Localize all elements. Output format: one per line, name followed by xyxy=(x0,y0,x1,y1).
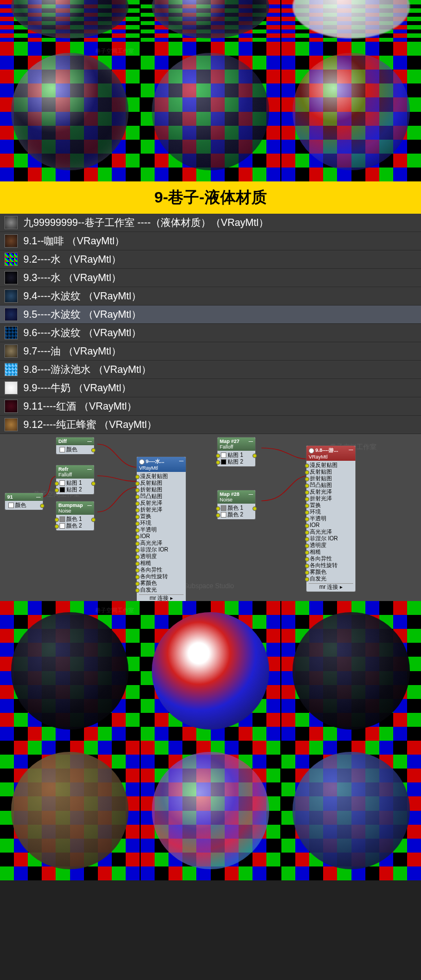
material-item-honey[interactable]: 9.12----纯正蜂蜜 （VRayMtl） xyxy=(0,416,421,434)
material-item-wave3[interactable]: 9.6----水波纹 （VRayMtl） xyxy=(0,324,421,342)
material-item-header[interactable]: 九99999999--巷子工作室 ----（液体材质）（VRayMtl） xyxy=(0,214,421,232)
preview-row-top xyxy=(0,0,421,42)
material-swatch-icon xyxy=(4,344,18,358)
node-param-row[interactable]: 反射光泽 xyxy=(139,500,184,506)
minimize-icon[interactable]: — xyxy=(87,503,92,508)
material-item-wave1[interactable]: 9.4----水波纹 （VRayMtl） xyxy=(0,287,421,306)
node-param-row[interactable]: 高光光泽 xyxy=(309,529,353,535)
node-diff[interactable]: Diff— 颜色 xyxy=(56,437,95,455)
minimize-icon[interactable]: — xyxy=(179,458,184,463)
material-item-water2[interactable]: 9.3----水 （VRayMtl） xyxy=(0,269,421,287)
node-editor[interactable]: 巷子空间工作室 巷子空间工作室 Lane Subspace Studio 91—… xyxy=(0,434,421,601)
node-param-row[interactable]: 置换 xyxy=(139,513,184,520)
material-label: 9.8----游泳池水 （VRayMtl） xyxy=(23,363,151,376)
node-param-row[interactable]: 雾颜色 xyxy=(309,569,353,575)
material-sphere xyxy=(11,53,128,170)
node-param-row[interactable]: 高光光泽 xyxy=(139,540,184,546)
node-param-row[interactable]: 相糙 xyxy=(139,560,184,567)
minimize-icon[interactable]: — xyxy=(87,466,92,471)
material-label: 9.4----水波纹 （VRayMtl） xyxy=(23,289,141,303)
node-bump[interactable]: BumpmapNoise— 颜色 1 颜色 2 xyxy=(56,501,95,531)
material-item-milk[interactable]: 9.9----牛奶 （VRayMtl） xyxy=(0,379,421,397)
preview-row-3: 巷子空间工作室 xyxy=(0,601,421,741)
node-param-row[interactable]: IOR xyxy=(139,533,184,540)
node-param-row[interactable]: 漫反射贴图 xyxy=(309,462,353,469)
node-param-row[interactable]: 折射光泽 xyxy=(309,495,353,502)
node-vraymtl-right[interactable]: 9.8----游...VRayMtl— 漫反射贴图反射贴图折射贴图凹凸贴图反射光… xyxy=(306,445,356,592)
material-sphere xyxy=(152,752,269,869)
material-swatch-icon xyxy=(4,326,18,339)
node-param-row[interactable]: 各向性旋转 xyxy=(309,562,353,569)
node-map27[interactable]: Map #27Falloff— 贴图 1 贴图 2 xyxy=(217,437,256,467)
material-swatch-icon xyxy=(4,308,18,321)
section-title: 9-巷子-液体材质 xyxy=(0,181,421,214)
material-sphere xyxy=(152,53,269,170)
node-param-row[interactable]: 半透明 xyxy=(139,526,184,533)
material-item-wine[interactable]: 9.11----红酒 （VRayMtl） xyxy=(0,397,421,416)
material-label: 9.3----水 （VRayMtl） xyxy=(23,271,121,284)
node-param-row[interactable]: 折射贴图 xyxy=(309,475,353,482)
material-item-water1[interactable]: 9.2----水 （VRayMtl） xyxy=(0,250,421,269)
material-label: 9.1--咖啡 （VRayMtl） xyxy=(23,234,125,248)
minimize-icon[interactable]: — xyxy=(87,439,92,444)
node-param-row[interactable]: 凹凸贴图 xyxy=(139,493,184,500)
minimize-icon[interactable]: — xyxy=(36,494,41,499)
node-param-row[interactable]: 凹凸贴图 xyxy=(309,482,353,489)
node-param-row[interactable]: 自发光 xyxy=(139,587,184,593)
node-param-row[interactable]: 各向性旋转 xyxy=(139,573,184,580)
minimize-icon[interactable]: — xyxy=(349,447,353,452)
node-param-row[interactable]: 环境 xyxy=(309,509,353,515)
node-param-row[interactable]: 折射贴图 xyxy=(139,486,184,493)
minimize-icon[interactable]: — xyxy=(249,439,253,444)
material-swatch-icon xyxy=(4,363,18,376)
material-item-coffee[interactable]: 9.1--咖啡 （VRayMtl） xyxy=(0,232,421,250)
node-refr[interactable]: RefrFalloff— 贴图 1 贴图 2 xyxy=(56,465,95,495)
material-item-oil[interactable]: 9.7----油 （VRayMtl） xyxy=(0,342,421,361)
node-param-row[interactable]: 折射光泽 xyxy=(139,506,184,513)
material-list: 九99999999--巷子工作室 ----（液体材质）（VRayMtl）9.1-… xyxy=(0,214,421,434)
node-param-row[interactable]: 置换 xyxy=(309,502,353,509)
material-label: 九99999999--巷子工作室 ----（液体材质）（VRayMtl） xyxy=(23,216,269,229)
node-map28[interactable]: Map #28Noise— 颜色 1 颜色 2 xyxy=(217,490,256,520)
preview-row-4 xyxy=(0,741,421,880)
node-param-row[interactable]: 各向异性 xyxy=(139,567,184,573)
material-swatch-icon xyxy=(4,271,18,284)
node-param-row[interactable]: 雾颜色 xyxy=(139,580,184,587)
node-param-row[interactable]: 半透明 xyxy=(309,515,353,522)
material-swatch-icon xyxy=(4,400,18,413)
material-item-pool[interactable]: 9.8----游泳池水 （VRayMtl） xyxy=(0,361,421,379)
node-param-row[interactable]: 漫反射贴图 xyxy=(139,473,184,480)
material-swatch-icon xyxy=(4,418,18,431)
material-swatch-icon xyxy=(4,216,18,229)
material-swatch-icon xyxy=(4,253,18,266)
material-label: 9.6----水波纹 （VRayMtl） xyxy=(23,326,141,339)
material-sphere xyxy=(152,612,269,730)
node-vraymtl-left[interactable]: 9----水...VRayMtl— 漫反射贴图反射贴图折射贴图凹凸贴图反射光泽折… xyxy=(136,456,186,601)
material-label: 9.7----油 （VRayMtl） xyxy=(23,344,121,358)
material-item-wave2[interactable]: 9.5----水波纹 （VRayMtl） xyxy=(0,306,421,324)
node-param-row[interactable]: 各向异性 xyxy=(309,555,353,562)
node-param-row[interactable]: IOR xyxy=(309,522,353,529)
node-param-row[interactable]: 反射贴图 xyxy=(139,480,184,486)
material-sphere xyxy=(11,612,128,730)
preview-row-2: 巷子空间工作室 xyxy=(0,42,421,181)
node-param-row[interactable]: 反射贴图 xyxy=(309,469,353,475)
node-param-row[interactable]: 透明度 xyxy=(139,553,184,560)
node-param-row[interactable]: 菲涅尔 IOR xyxy=(309,535,353,542)
material-sphere xyxy=(293,53,410,170)
node-param-row[interactable]: 相糙 xyxy=(309,549,353,555)
node-param-row[interactable]: 菲涅尔 IOR xyxy=(139,546,184,553)
material-label: 9.12----纯正蜂蜜 （VRayMtl） xyxy=(23,418,157,431)
node-param-row[interactable]: 透明度 xyxy=(309,542,353,549)
node-param-row[interactable]: 环境 xyxy=(139,520,184,526)
material-label: 9.9----牛奶 （VRayMtl） xyxy=(23,381,131,395)
minimize-icon[interactable]: — xyxy=(249,491,253,496)
material-sphere xyxy=(293,752,410,869)
node-color[interactable]: 91— 颜色 xyxy=(4,493,43,510)
node-param-row[interactable]: 反射光泽 xyxy=(309,489,353,495)
node-param-row[interactable]: 自发光 xyxy=(309,575,353,582)
material-sphere xyxy=(11,752,128,869)
node-footer[interactable]: mr 连接 ▸ xyxy=(139,594,184,601)
material-label: 9.11----红酒 （VRayMtl） xyxy=(23,400,137,413)
node-footer[interactable]: mr 连接 ▸ xyxy=(309,583,353,590)
